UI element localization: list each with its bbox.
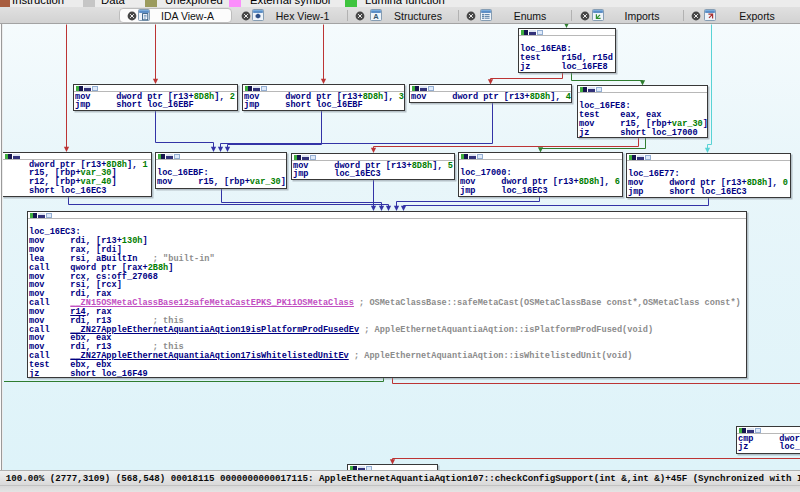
svg-text:A: A — [373, 12, 379, 21]
